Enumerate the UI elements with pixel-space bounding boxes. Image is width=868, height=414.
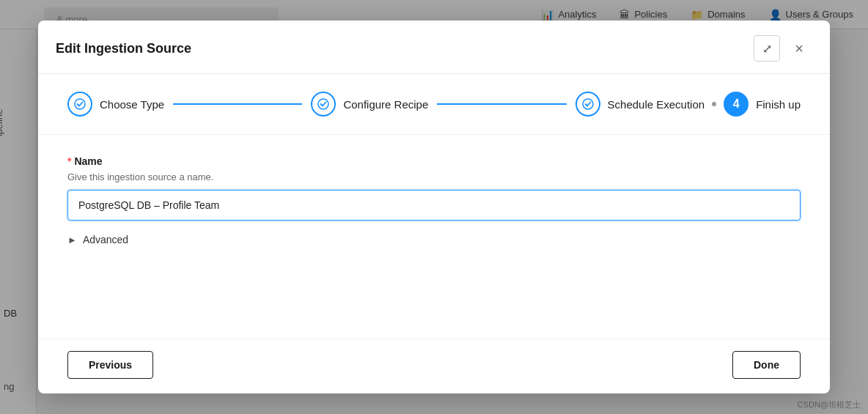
step-3-circle (575, 92, 600, 117)
step-2-circle (311, 92, 336, 117)
close-button[interactable]: × (786, 35, 812, 62)
check-icon-1 (74, 98, 86, 110)
step-schedule-execution: Schedule Execution (575, 92, 705, 117)
step-3-label: Schedule Execution (608, 98, 705, 111)
connector-2-3 (437, 103, 566, 105)
check-icon-2 (317, 98, 329, 110)
name-field-label: * Name (67, 155, 801, 167)
svg-point-2 (583, 99, 593, 109)
required-indicator: * (67, 155, 71, 167)
step-1-label: Choose Type (100, 98, 164, 111)
chevron-right-icon: ► (67, 234, 77, 245)
name-field-description: Give this ingestion source a name. (67, 171, 801, 182)
edit-ingestion-modal: Edit Ingestion Source ⤢ × Choose Type (38, 21, 830, 393)
step-1-circle (67, 92, 92, 117)
step-dot-separator (712, 102, 716, 106)
modal-body: * Name Give this ingestion source a name… (38, 135, 830, 339)
previous-button[interactable]: Previous (67, 351, 153, 379)
name-label-text: Name (74, 155, 102, 167)
advanced-toggle[interactable]: ► Advanced (67, 234, 128, 245)
stepper: Choose Type Configure Recipe Schedul (38, 74, 830, 135)
name-input[interactable] (67, 190, 801, 221)
modal-header: Edit Ingestion Source ⤢ × (38, 21, 830, 74)
step-configure-recipe: Configure Recipe (311, 92, 428, 117)
svg-point-1 (318, 99, 328, 109)
modal-footer: Previous Done (38, 339, 830, 393)
expand-button[interactable]: ⤢ (754, 35, 780, 62)
header-actions: ⤢ × (754, 35, 812, 62)
step-4-circle: 4 (724, 92, 749, 117)
step-choose-type: Choose Type (67, 92, 164, 117)
advanced-label-text: Advanced (83, 234, 128, 245)
modal-title: Edit Ingestion Source (56, 41, 191, 56)
done-button[interactable]: Done (732, 351, 801, 379)
check-icon-3 (582, 98, 594, 110)
step-2-label: Configure Recipe (343, 98, 428, 111)
step-4-label: Finish up (756, 98, 801, 111)
connector-1-2 (173, 103, 302, 105)
step-finish-up: 4 Finish up (724, 92, 801, 117)
svg-point-0 (75, 99, 85, 109)
